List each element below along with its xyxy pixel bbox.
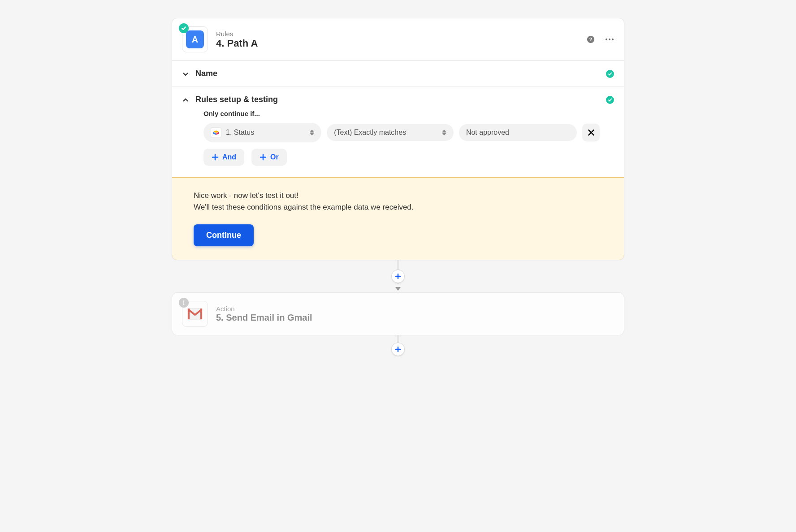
step-title: 4. Path A xyxy=(216,38,258,49)
step-kicker: Rules xyxy=(216,30,258,38)
sort-icon xyxy=(442,129,446,136)
svg-rect-23 xyxy=(200,309,202,319)
svg-marker-20 xyxy=(395,287,401,291)
continue-button[interactable]: Continue xyxy=(194,224,254,246)
svg-marker-9 xyxy=(310,133,314,136)
condition-value-text: Not approved xyxy=(466,129,509,137)
test-panel: Nice work - now let's test it out! We'll… xyxy=(172,177,624,260)
path-letter: A xyxy=(192,34,198,45)
step-app-icon: A xyxy=(182,26,208,52)
status-incomplete-badge: ! xyxy=(179,298,189,308)
condition-value-input[interactable]: Not approved xyxy=(459,124,577,141)
add-step-button[interactable] xyxy=(391,343,405,356)
svg-point-2 xyxy=(606,39,607,40)
path-letter-icon: A xyxy=(186,30,204,48)
section-rules: Rules setup & testing Only continue if..… xyxy=(172,87,624,177)
section-rules-title: Rules setup & testing xyxy=(195,95,278,104)
chevron-down-icon xyxy=(182,70,189,77)
gmail-icon xyxy=(187,308,203,320)
status-complete-icon xyxy=(606,96,614,104)
condition-row: 1. Status (Text) Exactly matches xyxy=(203,123,600,142)
more-menu-icon[interactable] xyxy=(605,35,614,44)
test-line-1: Nice work - now let's test it out! xyxy=(194,191,602,200)
condition-operator-select[interactable]: (Text) Exactly matches xyxy=(327,124,454,141)
step-connector-end xyxy=(391,335,405,357)
next-step-titles: Action 5. Send Email in Gmail xyxy=(216,305,312,323)
path-step-card: A Rules 4. Path A ? Nam xyxy=(172,18,624,260)
sort-icon xyxy=(310,129,314,136)
svg-point-4 xyxy=(612,39,614,40)
svg-marker-10 xyxy=(442,130,446,133)
gmail-step-card[interactable]: ! Action 5. Send Email in Gmail xyxy=(172,292,624,335)
svg-marker-8 xyxy=(310,130,314,133)
add-step-button[interactable] xyxy=(391,270,405,283)
step-app-icon: ! xyxy=(182,301,208,327)
airtable-icon xyxy=(211,127,221,138)
step-titles: Rules 4. Path A xyxy=(216,30,258,49)
step-header: A Rules 4. Path A ? xyxy=(172,18,624,61)
rules-body: Only continue if... 1. Status xyxy=(182,104,614,169)
condition-field-value: 1. Status xyxy=(226,129,254,137)
add-or-button[interactable]: Or xyxy=(251,149,287,166)
help-icon[interactable]: ? xyxy=(586,35,595,44)
and-label: And xyxy=(222,153,236,161)
next-step-title: 5. Send Email in Gmail xyxy=(216,313,312,323)
next-step-kicker: Action xyxy=(216,305,312,313)
test-line-2: We'll test these conditions against the … xyxy=(194,203,602,212)
section-rules-header[interactable]: Rules setup & testing xyxy=(182,95,614,104)
svg-marker-11 xyxy=(442,133,446,136)
status-complete-icon xyxy=(606,70,614,78)
status-check-badge xyxy=(179,23,189,33)
svg-point-3 xyxy=(609,39,610,40)
condition-operator-value: (Text) Exactly matches xyxy=(334,129,406,137)
rules-condition-label: Only continue if... xyxy=(203,110,600,117)
section-name[interactable]: Name xyxy=(172,61,624,87)
add-and-button[interactable]: And xyxy=(203,149,244,166)
remove-condition-button[interactable] xyxy=(582,124,600,142)
chevron-up-icon xyxy=(182,96,189,103)
svg-rect-22 xyxy=(188,309,190,319)
svg-text:?: ? xyxy=(589,37,593,42)
condition-field-select[interactable]: 1. Status xyxy=(203,123,321,142)
or-label: Or xyxy=(270,153,279,161)
arrow-down-icon xyxy=(395,284,401,292)
section-name-title: Name xyxy=(195,69,217,78)
step-connector xyxy=(395,260,401,292)
